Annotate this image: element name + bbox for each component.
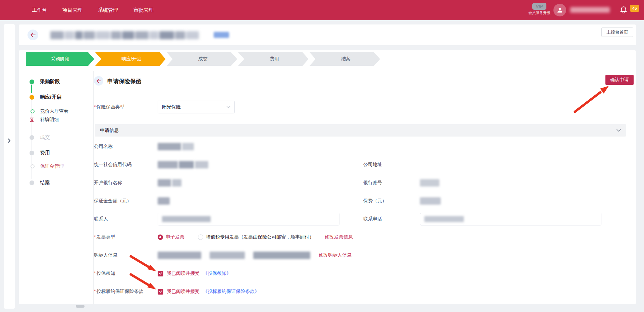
green-dot-icon [30,80,34,84]
nav-item-approval-management[interactable]: 审批管理 [133,7,154,13]
company-name-row: 公司名称 [19,141,636,153]
check-icon [159,290,163,294]
project-title-redacted [50,31,199,39]
sidebar-item-deal[interactable]: 成交 [30,134,50,141]
required-mark: * [94,289,96,294]
bank-name-label: 开户银行名称 [94,180,122,186]
credit-code-label: 统一社会信用代码 [94,162,131,168]
agree-text: 我已阅读并接受 [167,270,200,276]
edit-buyer-info-link[interactable]: 修改购标人信息 [319,252,352,258]
form-back-button[interactable] [94,76,103,86]
bank-account-value-redacted [420,179,439,187]
credit-code-row: 统一社会信用代码 公司地址 [19,159,636,171]
terms-checkbox[interactable] [158,289,163,295]
person-icon [556,7,563,13]
gray-dot-icon [30,135,34,140]
sidebar-item-response-open[interactable]: 响应/开启 [30,94,61,100]
deposit-amount-row: 保证金金额（元） 保费（元） [19,195,636,207]
buyer-value-redacted [210,252,245,259]
chevron-down-icon [226,106,230,108]
required-mark: * [94,104,96,109]
phase-step-bar: 采购阶段 响应/开启 成交 费用 结案 [26,52,381,66]
insurance-type-row: *保险保函类型 阳光保险 [19,101,636,113]
confirm-apply-button[interactable]: 确认申请 [605,75,634,85]
bank-name-row: 开户银行名称 银行账号 [19,177,636,189]
sidebar-item-label: 成交 [40,134,50,141]
status-tag-redacted [214,32,229,38]
radio-vat-invoice[interactable] [198,235,203,240]
step-deal: 成交 [167,52,237,66]
main-content-card: 采购阶段 响应/开启 成交 费用 结案 采购阶段 响应/开启 竞价大厅查看 补填… [19,50,636,304]
insurance-notice-link[interactable]: 《投保须知》 [203,270,231,276]
company-name-label: 公司名称 [94,144,113,150]
buyer-value-redacted [253,252,310,259]
insurance-type-select[interactable]: 阳光保险 [158,101,235,113]
contact-phone-input[interactable] [420,213,601,225]
invoice-type-label: *发票类型 [94,234,115,240]
section-title: 申请信息 [100,127,119,134]
header-divider [93,88,636,88]
hourglass-icon [30,117,34,122]
vip-icon: VIP [532,3,546,10]
orange-dot-icon [30,95,34,100]
header-back-button[interactable] [28,30,38,40]
contact-phone-value-redacted [424,216,464,222]
insurance-type-value: 阳光保险 [162,104,181,110]
sidebar-item-label: 补填明细 [40,117,59,123]
buyer-info-label: 购标人信息 [94,252,117,258]
console-home-button[interactable]: 主控台首页 [601,28,633,37]
check-icon [159,271,163,275]
contact-phone-label: 联系电话 [363,216,382,222]
horizontal-scrollbar-thumb[interactable] [76,305,85,308]
required-mark: * [94,234,96,240]
sidebar-item-fill-details[interactable]: 补填明细 [30,117,59,123]
timeline-connector-done [31,85,32,93]
radio-electronic-invoice[interactable] [158,235,163,240]
contact-label: 联系人 [94,216,108,222]
premium-value-redacted [420,197,441,205]
performance-terms-row: *投标履约保证保险条款 我已阅读并接受 《投标履约保证保险条款》 [19,285,636,298]
notice-checkbox[interactable] [158,271,163,276]
edit-invoice-info-link[interactable]: 修改发票信息 [325,234,353,240]
deposit-amount-value-redacted [158,197,170,205]
deposit-amount-label: 保证金金额（元） [94,198,131,204]
vip-upgrade[interactable]: VIP 会员服务升级 [527,3,551,15]
credit-code-value-redacted [158,161,208,168]
application-info-section-header[interactable]: 申请信息 [95,124,626,137]
back-arrow-icon [96,79,101,83]
collapsed-side-panel [4,24,15,309]
screen: 工作台 项目管理 系统管理 审批管理 VIP 会员服务升级 46 [0,0,644,312]
nav-item-workbench[interactable]: 工作台 [32,7,47,13]
insurance-type-label: *保险保函类型 [94,104,124,110]
contact-value-redacted [162,216,211,222]
step-procurement: 采购阶段 [26,52,94,66]
premium-label: 保费（元） [363,198,387,204]
notification-bell-icon[interactable] [620,6,628,16]
collapse-chevron-icon[interactable] [616,129,621,132]
nav-item-project-management[interactable]: 项目管理 [62,7,83,13]
contact-row: 联系人 联系电话 [19,213,636,225]
sidebar-item-procurement[interactable]: 采购阶段 [30,79,60,85]
notification-count-badge[interactable]: 46 [630,5,639,12]
sidebar-item-label: 响应/开启 [40,94,61,100]
vat-invoice-label[interactable]: 增值税专用发票（发票由保险公司邮寄，顺丰到付） [206,234,314,240]
user-avatar[interactable] [553,4,566,16]
buyer-value-redacted [158,252,201,259]
nav-menu: 工作台 项目管理 系统管理 审批管理 [32,0,154,20]
top-nav: 工作台 项目管理 系统管理 审批管理 VIP 会员服务升级 46 [0,0,644,20]
nav-item-system-management[interactable]: 系统管理 [98,7,118,13]
company-name-value-redacted [158,143,194,150]
agree-text: 我已阅读并接受 [167,289,200,295]
user-name-redacted[interactable] [570,7,610,13]
bank-account-label: 银行账号 [363,180,382,186]
contact-input[interactable] [158,213,339,225]
performance-terms-link[interactable]: 《投标履约保证保险条款》 [203,289,259,295]
insurance-notice-row: *投保须知 我已阅读并接受 《投保须知》 [19,267,636,279]
invoice-type-row: *发票类型 电子发票 增值税专用发票（发票由保险公司邮寄，顺丰到付） 修改发票信… [19,231,636,243]
buyer-info-row: 购标人信息 修改购标人信息 [19,249,636,261]
electronic-invoice-label[interactable]: 电子发票 [166,234,184,240]
insurance-notice-label: *投保须知 [94,270,115,276]
step-response-open: 响应/开启 [95,52,166,66]
expand-panel-chevron-icon[interactable] [3,138,16,144]
vip-caption: 会员服务升级 [527,10,551,15]
